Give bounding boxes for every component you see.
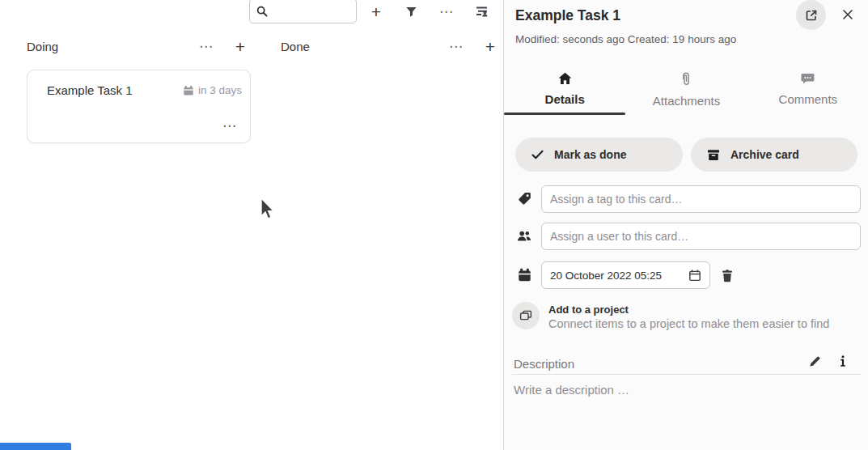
search-input[interactable] bbox=[273, 5, 349, 17]
ellipsis-icon: ⋯ bbox=[222, 119, 237, 133]
card-menu-button[interactable]: ⋯ bbox=[221, 117, 239, 134]
card-title: Example Task 1 bbox=[47, 83, 133, 97]
description-placeholder[interactable]: Write a description … bbox=[514, 383, 629, 397]
home-icon bbox=[558, 72, 572, 85]
description-label: Description bbox=[514, 357, 574, 371]
column-title: Done bbox=[281, 40, 447, 53]
ellipsis-icon: ⋯ bbox=[439, 5, 454, 19]
description-info-button[interactable] bbox=[838, 354, 848, 369]
date-picker-button[interactable] bbox=[687, 267, 703, 283]
column-title: Doing bbox=[27, 40, 197, 53]
pencil-icon bbox=[809, 355, 821, 367]
assign-tag-input[interactable] bbox=[541, 185, 861, 213]
tab-comments[interactable]: Comments bbox=[747, 66, 868, 115]
description-divider bbox=[512, 374, 861, 375]
project-row-subtitle: Connect items to a project to make them … bbox=[548, 317, 829, 330]
assign-user-input[interactable] bbox=[541, 223, 861, 250]
funnel-icon bbox=[405, 6, 417, 18]
search-field[interactable] bbox=[249, 0, 357, 23]
panel-title: Example Task 1 bbox=[515, 7, 620, 24]
tab-details[interactable]: Details bbox=[504, 66, 625, 115]
close-icon bbox=[842, 9, 853, 20]
archive-icon bbox=[707, 149, 720, 161]
column-header-doing: Doing ⋯ + bbox=[27, 36, 251, 57]
mouse-cursor bbox=[257, 197, 275, 221]
open-in-window-button[interactable] bbox=[796, 0, 826, 30]
user-list-icon bbox=[475, 5, 489, 18]
card-detail-panel: Example Task 1 Modified: seconds ago Cre… bbox=[503, 0, 868, 450]
tab-attachments[interactable]: Attachments bbox=[625, 66, 747, 115]
ellipsis-icon: ⋯ bbox=[199, 40, 214, 53]
add-to-project-row[interactable]: Add to a project Connect items to a proj… bbox=[512, 302, 829, 330]
column-add-button[interactable]: + bbox=[230, 35, 251, 57]
tag-icon bbox=[518, 192, 531, 206]
plus-icon: + bbox=[235, 38, 245, 55]
horizontal-scrollbar-thumb[interactable] bbox=[0, 443, 71, 450]
search-icon bbox=[256, 6, 268, 17]
filter-by-user-button[interactable] bbox=[470, 0, 493, 23]
mark-as-done-button[interactable]: Mark as done bbox=[515, 138, 683, 172]
task-card[interactable]: Example Task 1 in 3 days ⋯ bbox=[27, 70, 251, 143]
panel-meta: Modified: seconds ago Created: 19 hours … bbox=[515, 33, 736, 45]
column-add-button[interactable]: + bbox=[480, 35, 501, 57]
info-icon bbox=[840, 355, 846, 367]
calendar-outline-icon bbox=[688, 269, 701, 282]
ellipsis-icon: ⋯ bbox=[449, 40, 464, 53]
paperclip-icon bbox=[681, 72, 691, 87]
due-date-value: 20 October 2022 05:25 bbox=[550, 270, 687, 282]
due-date-field[interactable]: 20 October 2022 05:25 bbox=[541, 261, 710, 289]
trash-icon bbox=[721, 269, 734, 282]
tab-label: Details bbox=[545, 92, 585, 106]
close-panel-button[interactable] bbox=[838, 5, 857, 24]
check-icon bbox=[531, 150, 544, 159]
card-due-date: in 3 days bbox=[183, 84, 242, 96]
project-row-title: Add to a project bbox=[548, 304, 829, 316]
tab-label: Attachments bbox=[653, 94, 720, 108]
users-icon bbox=[517, 230, 531, 242]
tab-label: Comments bbox=[779, 92, 838, 106]
add-card-button[interactable]: + bbox=[365, 0, 387, 23]
external-link-icon bbox=[805, 9, 818, 22]
archive-card-button[interactable]: Archive card bbox=[691, 138, 857, 172]
panel-tabs: Details Attachments Comments bbox=[504, 66, 868, 115]
board-menu-button[interactable]: ⋯ bbox=[435, 0, 458, 23]
calendar-icon bbox=[183, 85, 194, 96]
plus-icon: + bbox=[371, 3, 381, 20]
project-icon bbox=[512, 302, 540, 329]
filter-button[interactable] bbox=[400, 0, 422, 23]
column-header-done: Done ⋯ + bbox=[281, 36, 501, 57]
edit-description-button[interactable] bbox=[807, 354, 823, 369]
comment-icon bbox=[801, 72, 815, 85]
remove-date-button[interactable] bbox=[719, 267, 735, 284]
column-menu-button[interactable]: ⋯ bbox=[447, 35, 466, 57]
plus-icon: + bbox=[485, 38, 495, 55]
column-menu-button[interactable]: ⋯ bbox=[197, 35, 216, 57]
calendar-icon bbox=[518, 268, 531, 282]
